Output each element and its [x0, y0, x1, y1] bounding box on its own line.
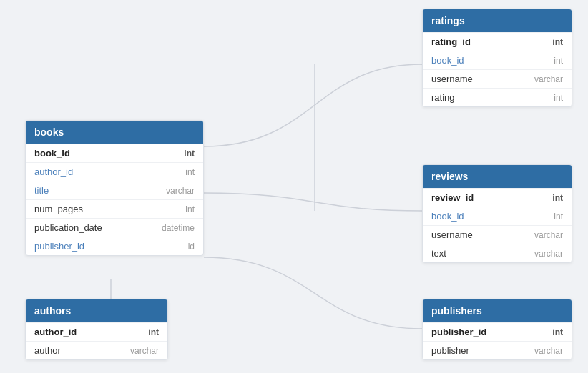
table-publishers[interactable]: publishers publisher_id int publisher va…: [422, 299, 572, 360]
books-row-num_pages: num_pages int: [26, 199, 203, 218]
books-header: books: [26, 121, 203, 144]
books-row-publisher_id: publisher_id id: [26, 237, 203, 255]
ratings-row-book_id: book_id int: [423, 51, 572, 69]
reviews-row-book_id: book_id int: [423, 207, 572, 225]
books-row-author_id: author_id int: [26, 162, 203, 181]
reviews-header: reviews: [423, 165, 572, 188]
table-reviews[interactable]: reviews review_id int book_id int userna…: [422, 164, 572, 263]
books-row-title: title varchar: [26, 181, 203, 199]
authors-row-author: author varchar: [26, 341, 167, 359]
ratings-row-username: username varchar: [423, 69, 572, 88]
table-authors[interactable]: authors author_id int author varchar: [25, 299, 168, 360]
ratings-row-rating_id: rating_id int: [423, 32, 572, 51]
table-books[interactable]: books book_id int author_id int title va…: [25, 120, 204, 256]
publishers-row-publisher_id: publisher_id int: [423, 322, 572, 341]
publishers-header: publishers: [423, 299, 572, 322]
publishers-row-publisher: publisher varchar: [423, 341, 572, 359]
books-row-book_id: book_id int: [26, 144, 203, 162]
authors-row-author_id: author_id int: [26, 322, 167, 341]
books-row-publication_date: publication_date datetime: [26, 218, 203, 237]
table-ratings[interactable]: ratings rating_id int book_id int userna…: [422, 9, 572, 107]
ratings-row-rating: rating int: [423, 88, 572, 106]
reviews-row-text: text varchar: [423, 244, 572, 262]
canvas: books book_id int author_id int title va…: [0, 0, 588, 373]
reviews-row-username: username varchar: [423, 225, 572, 244]
reviews-row-review_id: review_id int: [423, 188, 572, 207]
authors-header: authors: [26, 299, 167, 322]
ratings-header: ratings: [423, 9, 572, 32]
